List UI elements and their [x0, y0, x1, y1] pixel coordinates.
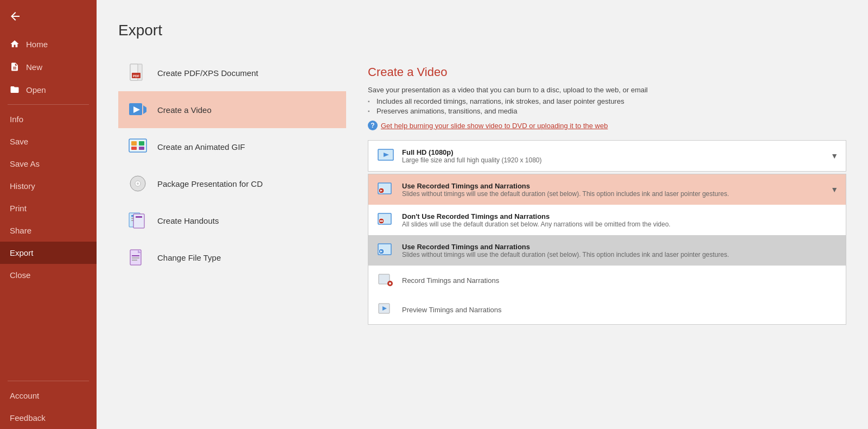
timing-selected-row[interactable]: Use Recorded Timings and Narrations Slid…: [368, 174, 846, 205]
svg-rect-23: [132, 255, 139, 256]
export-option-gif-label: Create an Animated GIF: [157, 142, 245, 152]
detail-panel: Create a Video Save your presentation as…: [346, 54, 868, 429]
timing-selected-sub: Slides without timings will use the defa…: [402, 190, 729, 198]
timing-dropdown[interactable]: Use Recorded Timings and Narrations Slid…: [368, 174, 846, 325]
svg-rect-9: [131, 141, 137, 146]
export-option-video-label: Create a Video: [157, 105, 212, 115]
timing-option-use-recorded-text: Use Recorded Timings and Narrations Slid…: [402, 243, 729, 258]
export-option-filetype[interactable]: Change File Type: [118, 239, 346, 276]
preview-timings-row[interactable]: Preview Timings and Narrations: [368, 295, 846, 324]
export-option-handouts-label: Create Handouts: [157, 216, 219, 225]
sidebar-item-account[interactable]: Account: [0, 384, 97, 407]
filetype-icon: [127, 247, 149, 268]
timing-option-dont-use-text: Don't Use Recorded Timings and Narration…: [402, 212, 671, 228]
main-content: Export PDF Create PDF/XPS Document: [97, 0, 868, 429]
quality-dropdown-row[interactable]: Full HD (1080p) Large file size and full…: [368, 141, 846, 171]
timing-dropdown-arrow: ▼: [831, 185, 838, 194]
sidebar-item-close[interactable]: Close: [0, 264, 97, 286]
quality-dropdown[interactable]: Full HD (1080p) Large file size and full…: [368, 140, 846, 172]
detail-description: Save your presentation as a video that y…: [368, 86, 846, 94]
svg-marker-5: [143, 105, 146, 114]
quality-dropdown-icon: [376, 146, 395, 166]
quality-selected-label: Full HD (1080p): [402, 148, 542, 156]
sidebar-item-save[interactable]: Save: [0, 130, 97, 153]
sidebar-divider-1: [8, 104, 89, 105]
timing-option-use-recorded-label: Use Recorded Timings and Narrations: [402, 243, 729, 251]
sidebar-item-save-as[interactable]: Save As: [0, 153, 97, 175]
detail-help-link: ? Get help burning your slide show video…: [368, 121, 846, 130]
sidebar-item-export[interactable]: Export: [0, 242, 97, 264]
back-button[interactable]: [0, 0, 97, 33]
export-option-cd[interactable]: Package Presentation for CD: [118, 165, 346, 202]
help-icon: ?: [368, 121, 378, 130]
export-option-video[interactable]: Create a Video: [118, 91, 346, 128]
quality-dropdown-text: Full HD (1080p) Large file size and full…: [402, 148, 542, 164]
preview-timings-label: Preview Timings and Narrations: [402, 306, 502, 314]
timing-option-use-recorded[interactable]: Use Recorded Timings and Narrations Slid…: [368, 235, 846, 266]
detail-bullets: Includes all recorded timings, narration…: [368, 97, 846, 115]
timing-option-dont-use[interactable]: Don't Use Recorded Timings and Narration…: [368, 205, 846, 235]
sidebar-item-home[interactable]: Home: [0, 33, 97, 55]
svg-rect-12: [139, 147, 144, 150]
quality-selected-sub: Large file size and full high quality (1…: [402, 156, 542, 164]
svg-rect-25: [132, 260, 137, 261]
svg-point-39: [389, 282, 391, 285]
detail-bullet-1: Includes all recorded timings, narration…: [368, 97, 846, 105]
export-option-handouts[interactable]: Create Handouts: [118, 202, 346, 239]
export-option-filetype-label: Change File Type: [157, 253, 221, 262]
svg-point-15: [137, 182, 139, 185]
sidebar: Home New Open Info Save Save As History …: [0, 0, 97, 429]
svg-rect-10: [139, 141, 144, 146]
quality-dropdown-arrow: ▼: [831, 152, 838, 160]
content-area: PDF Create PDF/XPS Document Create a Vid…: [118, 54, 868, 429]
pdf-icon: PDF: [127, 62, 149, 84]
record-timings-label: Record Timings and Narrations: [402, 276, 499, 285]
timing-option-dont-use-icon: [376, 210, 395, 230]
timing-dropdown-text: Use Recorded Timings and Narrations Slid…: [402, 182, 729, 198]
sidebar-item-print[interactable]: Print: [0, 197, 97, 219]
detail-title: Create a Video: [368, 65, 846, 79]
timing-icon: [376, 180, 395, 199]
svg-rect-24: [132, 257, 139, 258]
video-icon: [127, 99, 149, 121]
svg-rect-11: [131, 147, 137, 150]
sidebar-item-share[interactable]: Share: [0, 219, 97, 242]
svg-rect-20: [133, 214, 144, 228]
record-timings-icon: [376, 270, 395, 290]
sidebar-item-new[interactable]: New: [0, 55, 97, 78]
export-option-pdf[interactable]: PDF Create PDF/XPS Document: [118, 54, 346, 91]
timing-selected-label: Use Recorded Timings and Narrations: [402, 182, 729, 190]
page-title: Export: [118, 22, 868, 39]
timing-option-use-recorded-sub: Slides without timings will use the defa…: [402, 251, 729, 258]
handouts-icon: [127, 210, 149, 231]
help-link-text[interactable]: Get help burning your slide show video t…: [381, 122, 608, 130]
timing-option-dont-use-sub: All slides will use the default duration…: [402, 220, 671, 228]
detail-bullet-2: Preserves animations, transitions, and m…: [368, 107, 846, 115]
sidebar-item-feedback[interactable]: Feedback: [0, 407, 97, 429]
sidebar-item-open[interactable]: Open: [0, 78, 97, 101]
gif-icon: [127, 136, 149, 157]
preview-timings-icon: [376, 300, 395, 319]
sidebar-divider-2: [8, 381, 89, 381]
record-timings-row[interactable]: Record Timings and Narrations: [368, 266, 846, 295]
svg-rect-21: [136, 216, 142, 218]
sidebar-item-history[interactable]: History: [0, 175, 97, 197]
svg-rect-7: [129, 139, 146, 152]
sidebar-bottom: Account Feedback: [0, 377, 97, 429]
export-option-pdf-label: Create PDF/XPS Document: [157, 68, 258, 78]
timing-option-use-recorded-icon: [376, 241, 395, 260]
svg-text:PDF: PDF: [133, 74, 139, 78]
export-option-cd-label: Package Presentation for CD: [157, 179, 263, 188]
timing-option-dont-use-label: Don't Use Recorded Timings and Narration…: [402, 212, 671, 220]
cd-icon: [127, 173, 149, 194]
export-option-gif[interactable]: Create an Animated GIF: [118, 128, 346, 165]
sidebar-nav: Home New Open Info Save Save As History …: [0, 33, 97, 429]
export-list: PDF Create PDF/XPS Document Create a Vid…: [118, 54, 346, 429]
sidebar-item-info[interactable]: Info: [0, 108, 97, 130]
